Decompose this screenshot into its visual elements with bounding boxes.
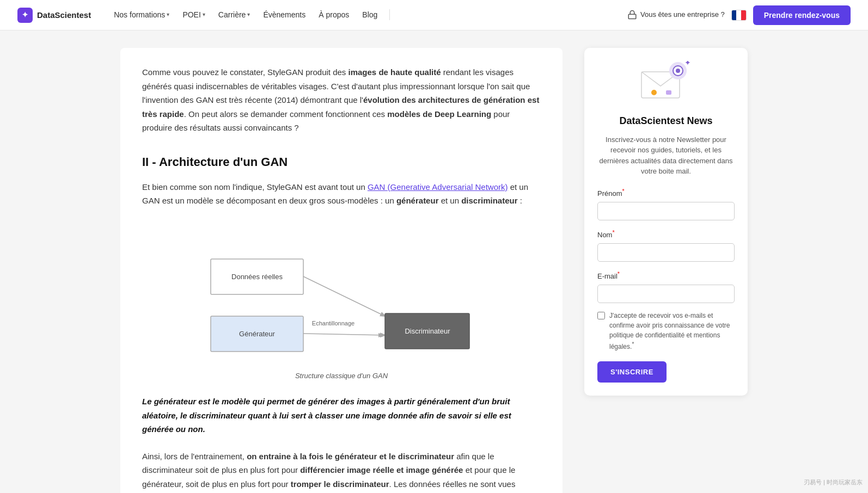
consent-label: J'accepte de recevoir vos e-mails et con… — [609, 311, 735, 352]
nav-nos-formations[interactable]: Nos formations ▾ — [108, 5, 175, 24]
submit-button[interactable]: S'INSCRIRE — [597, 361, 667, 383]
svg-point-16 — [651, 90, 657, 95]
nav-carriere[interactable]: Carrière ▾ — [213, 5, 256, 24]
svg-point-14 — [676, 69, 680, 73]
email-label: E-mail* — [597, 269, 735, 282]
sidebar-title: DataScientest News — [597, 113, 735, 129]
section-heading-2: II - Architecture d'un GAN — [142, 152, 541, 171]
enterprise-link[interactable]: Vous êtes une entreprise ? — [627, 9, 725, 21]
email-input[interactable] — [597, 285, 735, 303]
language-flag[interactable] — [731, 10, 747, 21]
svg-text:Données réelles: Données réelles — [231, 273, 283, 281]
svg-text:Echantillonnage: Echantillonnage — [312, 320, 354, 326]
sidebar-desc: Inscrivez-vous à notre Newsletter pour r… — [597, 134, 735, 177]
page-wrapper: Comme vous pouvez le constater, StyleGAN… — [107, 30, 761, 493]
gan-diagram: Données réelles Générateur Echantillonna… — [200, 221, 483, 366]
svg-text:Discriminateur: Discriminateur — [405, 327, 450, 335]
article-para-3: Ainsi, lors de l'entrainement, on entrai… — [142, 449, 541, 493]
svg-text:Générateur: Générateur — [239, 330, 275, 338]
prenom-label: Prénom* — [597, 187, 735, 200]
logo-icon: ✦ — [17, 8, 33, 23]
svg-marker-8 — [378, 333, 384, 337]
svg-text:✦: ✦ — [684, 61, 691, 67]
nav-links: Nos formations ▾ POEI ▾ Carrière ▾ Évène… — [108, 5, 627, 24]
nom-label: Nom* — [597, 228, 735, 241]
gan-link[interactable]: GAN (Generative Adversarial Network) — [368, 182, 508, 192]
newsletter-form: Prénom* Nom* E-mail* — [597, 187, 735, 383]
nom-input[interactable] — [597, 243, 735, 262]
email-group: E-mail* — [597, 269, 735, 303]
svg-line-6 — [303, 334, 385, 335]
nav-a-propos[interactable]: À propos — [313, 5, 354, 24]
consent-group: J'accepte de recevoir vos e-mails et con… — [597, 311, 735, 352]
article-para-1: Comme vous pouvez le constater, StyleGAN… — [142, 65, 541, 135]
chevron-down-icon: ▾ — [203, 10, 205, 19]
newsletter-icon: ✦ — [639, 61, 693, 104]
svg-line-5 — [303, 276, 385, 316]
newsletter-card: ✦ DataScientest News Inscrivez-vous à no… — [584, 48, 748, 396]
diagram-caption: Structure classique d'un GAN — [295, 371, 388, 382]
cta-button[interactable]: Prendre rendez-vous — [753, 5, 851, 25]
sidebar: ✦ DataScientest News Inscrivez-vous à no… — [584, 48, 748, 396]
nav-evenements[interactable]: Évènements — [258, 5, 311, 24]
enterprise-icon — [627, 10, 637, 20]
newsletter-icon-wrap: ✦ — [597, 61, 735, 104]
logo[interactable]: ✦ DataScientest — [17, 8, 91, 23]
chevron-down-icon: ▾ — [167, 10, 169, 19]
logo-text: DataScientest — [37, 9, 91, 22]
nom-group: Nom* — [597, 228, 735, 262]
nav-blog[interactable]: Blog — [357, 5, 383, 24]
prenom-input[interactable] — [597, 202, 735, 220]
article-content: Comme vous pouvez le constater, StyleGAN… — [120, 48, 563, 493]
prenom-group: Prénom* — [597, 187, 735, 220]
diagram-container: Données réelles Générateur Echantillonna… — [142, 221, 541, 382]
nav-poei[interactable]: POEI ▾ — [177, 5, 210, 24]
svg-rect-17 — [666, 90, 671, 95]
nav-divider — [389, 9, 390, 20]
consent-checkbox[interactable] — [597, 312, 605, 319]
navigation: ✦ DataScientest Nos formations ▾ POEI ▾ … — [0, 0, 868, 30]
svg-rect-0 — [628, 15, 636, 19]
nav-right: Vous êtes une entreprise ? Prendre rende… — [627, 5, 851, 25]
article-blockquote: Le générateur est le modèle qui permet d… — [142, 395, 541, 436]
chevron-down-icon: ▾ — [247, 10, 250, 19]
article-para-2: Et bien comme son nom l'indique, StyleGA… — [142, 180, 541, 208]
watermark: 刃易号 | 时尚玩家岳东 — [804, 478, 863, 488]
